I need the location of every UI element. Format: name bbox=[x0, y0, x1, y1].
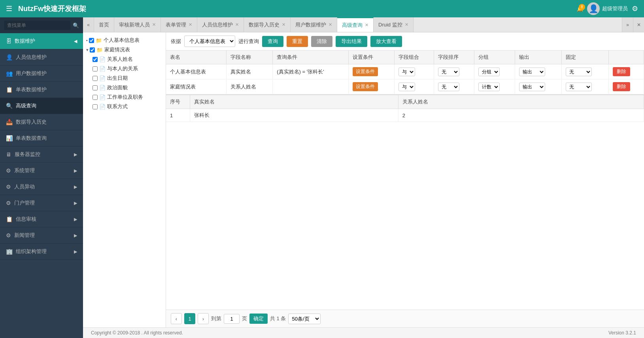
page-next-btn[interactable]: › bbox=[198, 313, 209, 324]
output-select-2[interactable]: 输出不输出 bbox=[519, 83, 545, 91]
sidebar-item-news[interactable]: ⚙ 新闻管理 ▶ bbox=[0, 227, 83, 244]
tree-checkbox-relation[interactable] bbox=[93, 66, 98, 71]
tabs-next-btn[interactable]: » bbox=[622, 17, 633, 32]
expand-button[interactable]: 放大查看 bbox=[370, 36, 402, 47]
user-menu[interactable]: 👤 超级管理员 bbox=[587, 2, 628, 15]
output-select-1[interactable]: 输出不输出 bbox=[519, 68, 545, 76]
sidebar: 🔍 🗄 数据维护 ◀ 👤 人员信息维护 👥 用户数据维护 📋 单表数据维护 🔍 … bbox=[0, 17, 83, 338]
tree-checkbox-work[interactable] bbox=[93, 95, 98, 100]
fixed-select-2[interactable]: 无左固定右固定 bbox=[566, 83, 592, 91]
delete-btn-2[interactable]: 删除 bbox=[613, 82, 630, 91]
page-goto-input[interactable] bbox=[224, 314, 240, 324]
query-button[interactable]: 查询 bbox=[262, 36, 283, 47]
sidebar-item-data-maintenance[interactable]: 🗄 数据维护 ◀ bbox=[0, 33, 83, 49]
search-input[interactable] bbox=[4, 21, 70, 30]
cell-combo: 与或 bbox=[395, 64, 434, 79]
tab-form-mgmt[interactable]: 表单管理 ✕ bbox=[161, 17, 197, 32]
tab-review[interactable]: 审核新增人员 ✕ bbox=[114, 17, 161, 32]
cell-sort: 无升序降序 bbox=[434, 79, 474, 94]
tab-home[interactable]: 首页 bbox=[94, 17, 114, 32]
chevron-right-icon3: ▶ bbox=[74, 184, 77, 190]
sort-select-2[interactable]: 无升序降序 bbox=[438, 83, 459, 91]
sidebar-item-server-monitor[interactable]: 🖥 服务器监控 ▶ bbox=[0, 146, 83, 163]
file-icon3: 📄 bbox=[99, 75, 106, 81]
tree-checkbox-personal[interactable] bbox=[89, 38, 94, 43]
tab-close-icon[interactable]: ✕ bbox=[189, 22, 192, 27]
footer: Copyright © 2009-2018 . All rights reser… bbox=[83, 327, 644, 338]
page-confirm-btn[interactable]: 确定 bbox=[249, 314, 268, 324]
page-prev-btn[interactable]: ‹ bbox=[171, 313, 182, 324]
tab-close-icon[interactable]: ✕ bbox=[152, 22, 156, 27]
tree-item-work-unit[interactable]: 📄 工作单位及职务 bbox=[86, 92, 162, 102]
tab-personnel-info[interactable]: 人员信息维护 ✕ bbox=[197, 17, 244, 32]
tree-item-personal[interactable]: ▪ 📁 个人基本信息表 bbox=[86, 36, 162, 45]
folder-icon2: 📁 bbox=[96, 47, 103, 53]
tab-import-history[interactable]: 数据导入历史 ✕ bbox=[244, 17, 291, 32]
tab-label: 用户数据维护 bbox=[295, 21, 326, 28]
tabs-close-all-btn[interactable]: ✕ bbox=[633, 17, 644, 32]
tabs-prev-btn[interactable]: « bbox=[83, 17, 94, 32]
tab-user-data[interactable]: 用户数据维护 ✕ bbox=[291, 17, 337, 32]
cell-sort: 无升序降序 bbox=[434, 64, 474, 79]
notification-bell[interactable]: 🔔 8 bbox=[577, 6, 583, 12]
sidebar-item-org[interactable]: 🏢 组织架构管理 ▶ bbox=[0, 244, 83, 260]
sidebar-item-portal[interactable]: ⚙ 门户管理 ▶ bbox=[0, 195, 83, 211]
tree-item-family[interactable]: ▾ 📁 家庭情况表 bbox=[86, 45, 162, 54]
delete-btn-1[interactable]: 删除 bbox=[613, 67, 630, 76]
cell-output: 输出不输出 bbox=[515, 64, 562, 79]
export-button[interactable]: 导出结果 bbox=[336, 36, 367, 47]
username-label: 超级管理员 bbox=[602, 5, 628, 12]
sidebar-item-user-data[interactable]: 👥 用户数据维护 bbox=[0, 66, 83, 82]
settings-icon[interactable]: ⚙ bbox=[632, 4, 638, 13]
group-select-2[interactable]: 分组计数求和 bbox=[478, 83, 500, 91]
tree-checkbox-family[interactable] bbox=[90, 47, 95, 53]
tab-close-icon[interactable]: ✕ bbox=[282, 22, 285, 27]
tab-close-icon[interactable]: ✕ bbox=[329, 22, 332, 27]
basis-select[interactable]: 个人基本信息表 bbox=[184, 36, 235, 47]
tree-checkbox-contact[interactable] bbox=[93, 104, 98, 109]
group-select-1[interactable]: 分组计数求和 bbox=[478, 68, 500, 76]
sidebar-item-personnel-maintenance[interactable]: 👤 人员信息维护 bbox=[0, 49, 83, 66]
tree-item-political[interactable]: 📄 政治面貌 bbox=[86, 83, 162, 92]
tree-item-contact[interactable]: 📄 联系方式 bbox=[86, 102, 162, 111]
clear-button[interactable]: 清除 bbox=[311, 36, 332, 47]
page-1-btn[interactable]: 1 bbox=[184, 313, 195, 324]
sidebar-item-advanced-query[interactable]: 🔍 高级查询 bbox=[0, 98, 83, 114]
tab-advanced-query[interactable]: 高级查询 ✕ bbox=[337, 17, 374, 32]
reset-button[interactable]: 重置 bbox=[287, 36, 308, 47]
expand-icon[interactable]: ▪ bbox=[86, 38, 88, 43]
combo-select-2[interactable]: 与或 bbox=[398, 83, 415, 91]
sidebar-item-info-audit[interactable]: 📋 信息审核 ▶ bbox=[0, 211, 83, 227]
tree-checkbox-political[interactable] bbox=[93, 85, 98, 90]
expand-icon[interactable]: ▾ bbox=[86, 47, 89, 53]
tab-close-icon[interactable]: ✕ bbox=[235, 22, 239, 27]
result-th-index: 序号 bbox=[166, 95, 190, 109]
set-condition-btn-1[interactable]: 设置条件 bbox=[353, 67, 378, 76]
combo-select-1[interactable]: 与或 bbox=[398, 68, 415, 76]
result-th-related-name: 关系人姓名 bbox=[398, 95, 644, 109]
single-query-icon: 📊 bbox=[6, 135, 13, 141]
sidebar-item-personnel-change[interactable]: ⚙ 人员异动 ▶ bbox=[0, 179, 83, 195]
search-icon[interactable]: 🔍 bbox=[73, 23, 79, 28]
tab-close-icon[interactable]: ✕ bbox=[405, 22, 408, 27]
sidebar-item-single-query[interactable]: 📊 单表数据查询 bbox=[0, 130, 83, 146]
sidebar-item-form-data[interactable]: 📋 单表数据维护 bbox=[0, 82, 83, 98]
chevron-right-icon4: ▶ bbox=[74, 201, 77, 206]
sidebar-item-system[interactable]: ⚙ 系统管理 ▶ bbox=[0, 163, 83, 179]
tree-item-birth[interactable]: 📄 出生日期 bbox=[86, 73, 162, 83]
page-size-select[interactable]: 50条/页 100条/页 bbox=[288, 314, 321, 324]
fixed-select-1[interactable]: 无左固定右固定 bbox=[566, 68, 592, 76]
tab-label: 数据导入历史 bbox=[249, 21, 280, 28]
tree-checkbox-birth[interactable] bbox=[93, 76, 98, 81]
set-condition-btn-2[interactable]: 设置条件 bbox=[353, 82, 378, 91]
tree-checkbox-related[interactable] bbox=[93, 57, 98, 62]
sort-select-1[interactable]: 无升序降序 bbox=[438, 68, 459, 76]
sidebar-item-label: 信息审核 bbox=[16, 216, 36, 223]
sidebar-item-import-history[interactable]: 📥 数据导入历史 bbox=[0, 114, 83, 130]
tree-item-related-name[interactable]: 📄 关系人姓名 bbox=[86, 54, 162, 64]
menu-icon[interactable]: ☰ bbox=[6, 4, 12, 13]
tab-close-icon[interactable]: ✕ bbox=[365, 23, 368, 28]
tab-druid[interactable]: Druid 监控 ✕ bbox=[374, 17, 414, 32]
tree-item-relation-type[interactable]: 📄 与本人的关系 bbox=[86, 64, 162, 73]
main-content: « 首页 审核新增人员 ✕ 表单管理 ✕ 人员信息维护 ✕ 数据 bbox=[83, 17, 644, 338]
